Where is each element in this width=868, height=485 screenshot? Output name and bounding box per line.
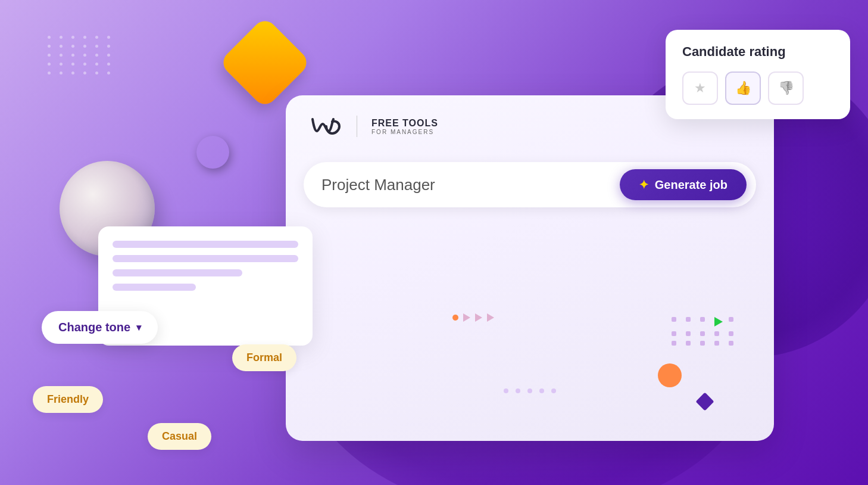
- dots-play-decoration: [452, 313, 494, 322]
- grid-dot: [729, 331, 733, 336]
- thumbsup-icon: 👍: [735, 80, 751, 96]
- logo-icon: [310, 114, 342, 138]
- grid-dot: [672, 317, 676, 322]
- purple-diamond-decoration: [695, 392, 714, 411]
- small-dot: [504, 388, 508, 393]
- formal-label: Formal: [246, 352, 282, 363]
- grid-dot: [686, 341, 691, 346]
- small-dot: [551, 388, 556, 393]
- grid-dot: [700, 341, 705, 346]
- sparkle-icon: ✦: [639, 178, 649, 192]
- logo-title: FREE TOOLS: [371, 118, 438, 129]
- grid-dot: [714, 341, 719, 346]
- bottom-dots-row: [504, 388, 556, 393]
- logo-divider: [357, 116, 357, 137]
- tone-tag-casual[interactable]: Casual: [148, 423, 211, 450]
- play-arrow-2: [475, 313, 482, 322]
- right-dots-grid: [672, 317, 738, 346]
- text-line-1: [113, 241, 298, 248]
- green-play-icon: [714, 317, 723, 327]
- tone-tag-formal[interactable]: Formal: [232, 344, 296, 371]
- small-dot: [516, 388, 520, 393]
- orange-diamond-decoration: [218, 16, 311, 109]
- main-card: FREE TOOLS FOR MANAGERS Project Manager …: [286, 95, 774, 441]
- purple-ball-decoration: [196, 136, 229, 169]
- job-input-row: Project Manager ✦ Generate job: [304, 162, 756, 207]
- change-tone-label: Change tone: [58, 321, 130, 334]
- candidate-rating-card: Candidate rating ★ 👍 👎: [666, 30, 850, 119]
- logo-subtitle: FOR MANAGERS: [371, 129, 438, 135]
- orange-dot: [452, 315, 458, 321]
- logo-text-block: FREE TOOLS FOR MANAGERS: [371, 118, 438, 135]
- rating-thumbsup-button[interactable]: 👍: [725, 71, 761, 105]
- change-tone-button[interactable]: Change tone ▾: [42, 311, 158, 344]
- orange-circle-decoration: [658, 363, 682, 387]
- grid-dot: [700, 331, 705, 336]
- thumbsdown-icon: 👎: [778, 80, 794, 96]
- grid-dot: [672, 331, 676, 336]
- casual-label: Casual: [162, 430, 197, 442]
- small-dot: [539, 388, 544, 393]
- grid-dot: [729, 317, 733, 322]
- generate-job-button[interactable]: ✦ Generate job: [620, 169, 747, 200]
- dot-grid-decoration: [48, 36, 113, 74]
- small-dot: [527, 388, 532, 393]
- text-line-3: [113, 269, 242, 276]
- chevron-down-icon: ▾: [136, 322, 141, 333]
- grid-dot: [700, 317, 705, 322]
- friendly-label: Friendly: [47, 393, 89, 405]
- play-arrow-1: [463, 313, 470, 322]
- grid-dot: [729, 341, 733, 346]
- grid-dot: [672, 341, 676, 346]
- grid-dot: [686, 331, 691, 336]
- rating-buttons-group: ★ 👍 👎: [682, 71, 833, 105]
- grid-dot: [714, 331, 719, 336]
- text-line-4: [113, 284, 196, 291]
- generate-button-label: Generate job: [655, 178, 728, 192]
- rating-star-button[interactable]: ★: [682, 71, 718, 105]
- rating-thumbsdown-button[interactable]: 👎: [768, 71, 804, 105]
- star-icon: ★: [694, 80, 706, 96]
- grid-dot: [686, 317, 691, 322]
- text-line-2: [113, 255, 298, 262]
- tone-tag-friendly[interactable]: Friendly: [33, 386, 103, 413]
- candidate-rating-title: Candidate rating: [682, 44, 833, 60]
- play-arrow-3: [487, 313, 494, 322]
- job-title-display: Project Manager: [321, 176, 620, 194]
